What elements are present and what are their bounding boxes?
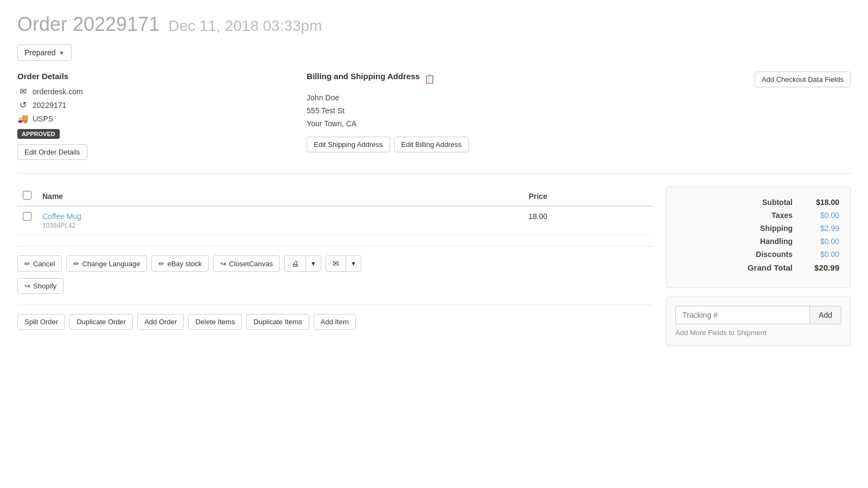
col-header-price: Price	[423, 187, 653, 206]
taxes-value: $0.00	[801, 211, 839, 220]
email-main[interactable]: ✉	[326, 256, 346, 271]
grand-total-row: Grand Total $20.99	[678, 263, 839, 272]
order-details-title: Order Details	[17, 72, 289, 81]
items-table: Name Price Coffee Mug 10384PL42 18.00	[17, 187, 653, 235]
split-order-button[interactable]: Split Order	[17, 314, 65, 330]
subtotal-value: $18.00	[801, 198, 839, 207]
order-management-buttons: Split Order Duplicate Order Add Order De…	[17, 305, 653, 330]
shopify-button[interactable]: ↪ Shopify	[17, 278, 63, 294]
print-caret[interactable]: ▼	[306, 257, 321, 270]
status-label: Prepared	[24, 48, 56, 57]
item-sku: 10384PL42	[42, 222, 417, 229]
tracking-add-button[interactable]: Add	[809, 306, 841, 324]
closet-canvas-button[interactable]: ↪ ClosetCanvas	[213, 255, 280, 272]
shipping-value: $2.99	[801, 224, 839, 233]
item-name-cell: Coffee Mug 10384PL42	[37, 206, 423, 235]
item-name-link[interactable]: Coffee Mug	[42, 212, 81, 221]
shipping-method: USPS	[33, 114, 53, 123]
address-city-state: Your Town, CA	[307, 118, 578, 131]
row-checkbox[interactable]	[23, 212, 31, 221]
copy-icon[interactable]: 📋	[424, 74, 435, 84]
status-dropdown[interactable]: Prepared ▼	[17, 44, 72, 61]
order-source: orderdesk.com	[33, 87, 83, 96]
subtotal-label: Subtotal	[678, 198, 801, 207]
change-language-button[interactable]: ✏ Change Language	[66, 255, 147, 272]
ebay-stock-button[interactable]: ✏ eBay stock	[151, 255, 209, 272]
add-order-button[interactable]: Add Order	[137, 314, 184, 330]
print-main[interactable]: 🖨	[285, 256, 306, 271]
duplicate-order-button[interactable]: Duplicate Order	[69, 314, 133, 330]
select-all-checkbox[interactable]	[23, 191, 31, 200]
discounts-label: Discounts	[678, 250, 801, 259]
shipping-label: Shipping	[678, 224, 801, 233]
handling-value: $0.00	[801, 237, 839, 246]
billing-shipping-title: Billing and Shipping Address	[307, 72, 420, 81]
handling-label: Handling	[678, 237, 801, 246]
edit-billing-address-button[interactable]: Edit Billing Address	[394, 137, 469, 152]
email-caret[interactable]: ▼	[346, 257, 361, 270]
print-dropdown[interactable]: 🖨 ▼	[284, 255, 321, 272]
edit-shipping-address-button[interactable]: Edit Shipping Address	[307, 137, 390, 152]
taxes-label: Taxes	[678, 211, 801, 220]
discounts-value: $0.00	[801, 250, 839, 259]
closet-canvas-icon: ↪	[220, 260, 226, 268]
order-title: Order 20229171	[17, 13, 159, 36]
item-price-cell: 18.00	[423, 206, 653, 235]
grand-total-value: $20.99	[801, 263, 839, 272]
edit-order-details-button[interactable]: Edit Order Details	[17, 144, 87, 160]
print-icon: 🖨	[291, 259, 299, 268]
truck-icon: 🚚	[17, 113, 28, 124]
order-date: Dec 11, 2018 03:33pm	[168, 17, 322, 35]
discounts-row: Discounts $0.00	[678, 250, 839, 259]
col-header-name: Name	[37, 187, 423, 206]
change-language-icon: ✏	[73, 260, 79, 268]
status-caret: ▼	[59, 50, 65, 56]
address-name: John Doe	[307, 92, 578, 105]
tracking-more-fields: Add More Fields to Shipment	[675, 329, 841, 337]
order-id: 20229171	[33, 101, 66, 110]
address-street: 555 Test St	[307, 105, 578, 118]
add-item-button[interactable]: Add Item	[314, 314, 356, 330]
shipping-row: Shipping $2.99	[678, 224, 839, 233]
taxes-row: Taxes $0.00	[678, 211, 839, 220]
subtotal-row: Subtotal $18.00	[678, 198, 839, 207]
approved-badge: APPROVED	[17, 129, 60, 139]
table-row: Coffee Mug 10384PL42 18.00	[17, 206, 653, 235]
action-buttons-row-shopify: ↪ Shopify	[17, 278, 653, 294]
shopify-icon: ↪	[24, 282, 30, 290]
envelope-icon: ✉	[333, 259, 339, 268]
tracking-input[interactable]	[675, 306, 809, 324]
duplicate-items-button[interactable]: Duplicate Items	[246, 314, 309, 330]
delete-items-button[interactable]: Delete Items	[188, 314, 242, 330]
handling-row: Handling $0.00	[678, 237, 839, 246]
address-block: John Doe 555 Test St Your Town, CA	[307, 92, 578, 130]
ebay-icon: ✏	[158, 260, 164, 268]
email-dropdown[interactable]: ✉ ▼	[326, 255, 361, 272]
action-buttons-row-1: ✏ Cancel ✏ Change Language ✏ eBay stock …	[17, 246, 653, 272]
refresh-icon: ↺	[17, 100, 28, 110]
row-checkbox-cell	[17, 206, 37, 235]
cancel-icon: ✏	[24, 260, 30, 268]
cancel-button[interactable]: ✏ Cancel	[17, 255, 62, 272]
add-checkout-data-button[interactable]: Add Checkout Data Fields	[755, 72, 851, 87]
email-icon: ✉	[17, 86, 28, 97]
order-summary-card: Subtotal $18.00 Taxes $0.00 Shipping $2.…	[666, 187, 851, 288]
grand-total-label: Grand Total	[678, 263, 801, 272]
tracking-card: Add Add More Fields to Shipment	[666, 297, 851, 346]
